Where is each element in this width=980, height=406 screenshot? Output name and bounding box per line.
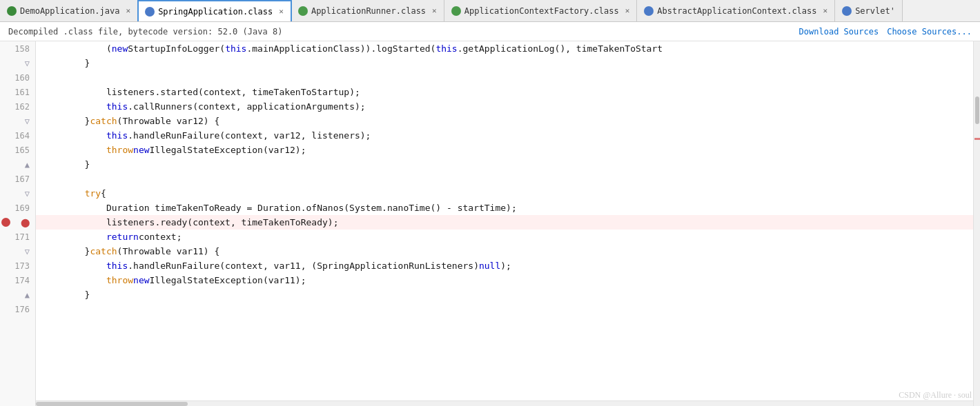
code-line-170: listeners.ready(context, timeTakenToRead…: [36, 215, 973, 230]
gutter-159: ▽: [0, 56, 35, 70]
tab-factory[interactable]: ApplicationContextFactory.class ✕: [444, 0, 638, 22]
code-line-161: listeners.started(context, timeTakenToSt…: [36, 85, 973, 99]
scrollbar-thumb[interactable]: [975, 97, 979, 124]
info-bar: Decompiled .class file, bytecode version…: [0, 22, 980, 41]
gutter-169: 169: [0, 201, 35, 215]
tab-icon-factory: [451, 6, 461, 16]
code-area: 158 ▽ 160 161 162 ▽ 164 165 ▲ 167 ▽ 169 …: [0, 41, 980, 406]
gutter-172: ▽: [0, 244, 35, 258]
gutter-162: 162: [0, 99, 35, 114]
tab-label-demo: DemoApplication.java: [20, 6, 120, 16]
tab-spring[interactable]: SpringApplication.class ✕: [138, 0, 291, 22]
gutter-174: 174: [0, 273, 35, 287]
tab-servlet[interactable]: Servlet': [835, 0, 903, 22]
code-line-173: this.handleRunFailure(context, var11, (S…: [36, 258, 973, 273]
code-line-162: this.callRunners(context, applicationArg…: [36, 99, 973, 114]
tab-icon-abstract: [644, 6, 654, 16]
gutter-175: ▲: [0, 287, 35, 302]
tab-label-servlet: Servlet': [855, 6, 895, 16]
tab-close-demo[interactable]: ✕: [126, 6, 131, 15]
download-sources-link[interactable]: Download Sources: [799, 27, 879, 37]
code-line-171: return context;: [36, 230, 973, 244]
tab-icon-spring: [145, 7, 155, 17]
code-line-163: } catch (Throwable var12) {: [36, 114, 973, 128]
code-line-169: Duration timeTakenToReady = Duration.ofN…: [36, 201, 973, 215]
decompile-info: Decompiled .class file, bytecode version…: [8, 27, 282, 37]
tab-demo[interactable]: DemoApplication.java ✕: [0, 0, 138, 22]
code-line-168: try {: [36, 186, 973, 201]
tab-close-runner[interactable]: ✕: [432, 6, 437, 15]
gutter-158: 158: [0, 41, 35, 56]
gutter-160: 160: [0, 70, 35, 85]
hscrollbar-thumb[interactable]: [36, 402, 188, 406]
choose-sources-link[interactable]: Choose Sources...: [887, 27, 972, 37]
code-line-164: this.handleRunFailure(context, var12, li…: [36, 128, 973, 143]
gutter-165: 165: [0, 143, 35, 157]
line-number-gutter: 158 ▽ 160 161 162 ▽ 164 165 ▲ 167 ▽ 169 …: [0, 41, 36, 406]
source-actions: Download Sources Choose Sources...: [799, 27, 972, 37]
code-line-160: [36, 70, 973, 85]
gutter-173: 173: [0, 258, 35, 273]
tab-icon-runner: [298, 6, 308, 16]
code-line-172: } catch (Throwable var11) {: [36, 244, 973, 258]
tab-close-spring[interactable]: ✕: [279, 7, 284, 16]
code-line-176: [36, 302, 973, 316]
horizontal-scrollbar[interactable]: [36, 400, 973, 406]
code-line-166: }: [36, 157, 973, 172]
tab-label-factory: ApplicationContextFactory.class: [464, 6, 619, 16]
gutter-170: ⬤: [0, 215, 35, 230]
tab-icon-demo: [7, 6, 17, 16]
code-line-167: [36, 172, 973, 186]
tab-abstract[interactable]: AbstractApplicationContext.class ✕: [637, 0, 835, 22]
tab-close-factory[interactable]: ✕: [625, 6, 630, 15]
tab-close-abstract[interactable]: ✕: [823, 6, 828, 15]
code-content: (new StartupInfoLogger(this.mainApplicat…: [36, 41, 973, 406]
gutter-167: 167: [0, 172, 35, 186]
tab-icon-servlet: [842, 6, 852, 16]
code-line-158: (new StartupInfoLogger(this.mainApplicat…: [36, 41, 973, 56]
gutter-168: ▽: [0, 186, 35, 201]
code-line-159: }: [36, 56, 973, 70]
gutter-166: ▲: [0, 157, 35, 172]
tab-runner[interactable]: ApplicationRunner.class ✕: [291, 0, 444, 22]
tab-label-runner: ApplicationRunner.class: [311, 6, 426, 16]
vertical-scrollbar[interactable]: [973, 41, 980, 406]
tab-label-abstract: AbstractApplicationContext.class: [657, 6, 816, 16]
tab-label-spring: SpringApplication.class: [158, 7, 273, 17]
gutter-171: 171: [0, 230, 35, 244]
gutter-164: 164: [0, 128, 35, 143]
gutter-161: 161: [0, 85, 35, 99]
code-line-175: }: [36, 287, 973, 302]
gutter-163: ▽: [0, 114, 35, 128]
scrollbar-marker: [974, 138, 980, 140]
gutter-176: 176: [0, 302, 35, 316]
code-line-165: throw new IllegalStateException(var12);: [36, 143, 973, 157]
code-line-174: throw new IllegalStateException(var11);: [36, 273, 973, 287]
tab-bar: DemoApplication.java ✕ SpringApplication…: [0, 0, 980, 22]
